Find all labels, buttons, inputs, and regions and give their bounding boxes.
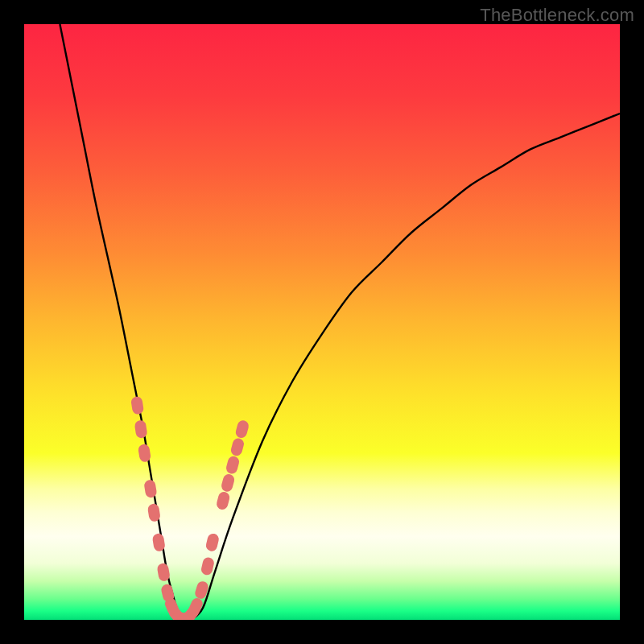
chart-stage: TheBottleneck.com xyxy=(0,0,644,644)
bottleneck-curve xyxy=(60,24,620,620)
bead-marker xyxy=(134,419,147,439)
bead-markers xyxy=(130,396,250,620)
bead-marker xyxy=(200,556,215,576)
watermark-text: TheBottleneck.com xyxy=(480,5,634,26)
bead-marker xyxy=(229,437,245,457)
bead-marker xyxy=(130,396,144,415)
bead-marker xyxy=(234,419,250,440)
bead-marker xyxy=(220,473,235,493)
bead-marker xyxy=(225,455,240,475)
plot-area xyxy=(24,24,620,620)
curve-layer xyxy=(24,24,620,620)
bead-marker xyxy=(204,532,220,552)
bead-marker xyxy=(216,491,231,511)
bead-marker xyxy=(147,503,161,522)
